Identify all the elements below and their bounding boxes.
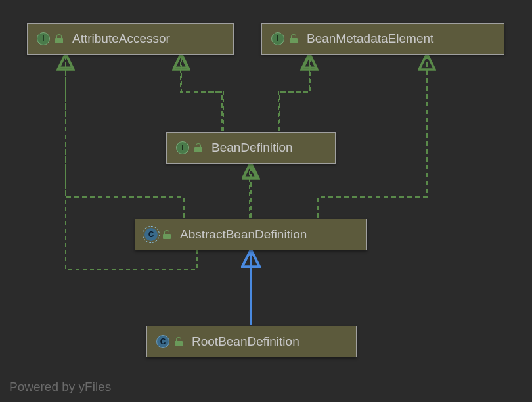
class-icon: C bbox=[156, 335, 169, 348]
node-bean-definition[interactable]: I BeanDefinition bbox=[166, 132, 336, 164]
lock-icon bbox=[194, 143, 202, 152]
interface-icon: I bbox=[37, 32, 50, 45]
lock-icon bbox=[163, 230, 171, 239]
lock-icon bbox=[290, 34, 298, 43]
node-attribute-accessor[interactable]: I AttributeAccessor bbox=[27, 23, 234, 55]
node-abstract-bean-definition[interactable]: C AbstractBeanDefinition bbox=[135, 219, 367, 250]
node-bean-metadata-element[interactable]: I BeanMetadataElement bbox=[261, 23, 504, 55]
powered-by-label: Powered by yFiles bbox=[9, 380, 111, 394]
node-label: BeanDefinition bbox=[211, 141, 293, 155]
node-label: BeanMetadataElement bbox=[307, 32, 433, 46]
lock-icon bbox=[175, 337, 183, 346]
node-root-bean-definition[interactable]: C RootBeanDefinition bbox=[146, 326, 357, 357]
interface-icon: I bbox=[271, 32, 284, 45]
node-label: RootBeanDefinition bbox=[192, 334, 299, 349]
lock-icon bbox=[55, 34, 63, 43]
interface-icon: I bbox=[176, 141, 189, 154]
abstract-class-icon: C bbox=[144, 228, 158, 241]
node-label: AbstractBeanDefinition bbox=[180, 227, 307, 242]
node-label: AttributeAccessor bbox=[72, 32, 170, 46]
